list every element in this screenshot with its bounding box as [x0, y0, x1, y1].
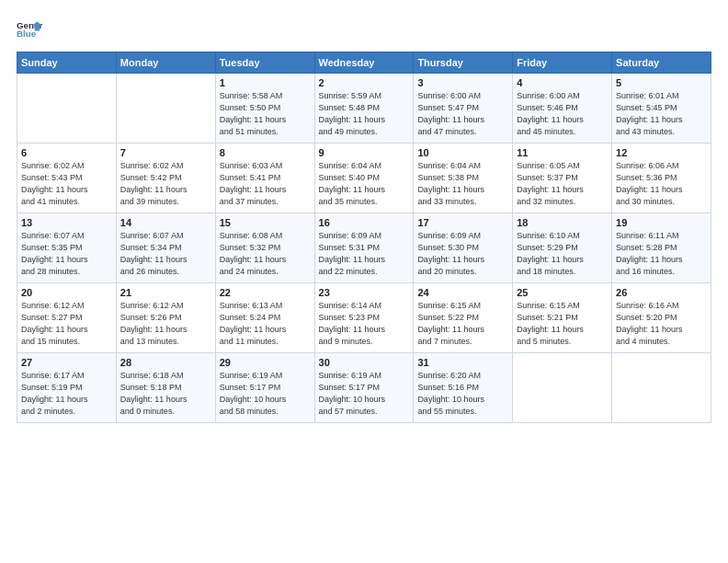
day-info: Sunrise: 6:07 AM Sunset: 5:34 PM Dayligh…	[120, 230, 211, 278]
day-cell: 25Sunrise: 6:15 AM Sunset: 5:21 PM Dayli…	[513, 283, 612, 353]
calendar-table: SundayMondayTuesdayWednesdayThursdayFrid…	[17, 52, 711, 423]
logo: General Blue	[17, 17, 42, 42]
day-info: Sunrise: 6:12 AM Sunset: 5:27 PM Dayligh…	[21, 300, 112, 348]
day-number: 15	[220, 217, 311, 228]
day-number: 18	[517, 217, 608, 228]
day-cell: 1Sunrise: 5:58 AM Sunset: 5:50 PM Daylig…	[215, 74, 314, 144]
day-number: 24	[417, 287, 508, 298]
day-number: 27	[21, 357, 112, 368]
day-info: Sunrise: 6:18 AM Sunset: 5:18 PM Dayligh…	[120, 370, 211, 418]
week-row-4: 20Sunrise: 6:12 AM Sunset: 5:27 PM Dayli…	[17, 283, 711, 353]
day-info: Sunrise: 6:15 AM Sunset: 5:22 PM Dayligh…	[417, 300, 508, 348]
day-info: Sunrise: 6:10 AM Sunset: 5:29 PM Dayligh…	[517, 230, 608, 278]
day-header-tuesday: Tuesday	[215, 52, 314, 74]
day-cell: 21Sunrise: 6:12 AM Sunset: 5:26 PM Dayli…	[116, 283, 215, 353]
day-cell: 30Sunrise: 6:19 AM Sunset: 5:17 PM Dayli…	[314, 353, 414, 423]
day-cell: 27Sunrise: 6:17 AM Sunset: 5:19 PM Dayli…	[17, 353, 117, 423]
day-number: 8	[220, 147, 311, 158]
day-info: Sunrise: 6:08 AM Sunset: 5:32 PM Dayligh…	[220, 230, 311, 278]
day-info: Sunrise: 6:12 AM Sunset: 5:26 PM Dayligh…	[120, 300, 211, 348]
day-cell: 12Sunrise: 6:06 AM Sunset: 5:36 PM Dayli…	[612, 144, 711, 213]
day-number: 20	[21, 287, 112, 298]
day-number: 3	[417, 77, 508, 88]
day-number: 28	[120, 357, 211, 368]
day-cell: 19Sunrise: 6:11 AM Sunset: 5:28 PM Dayli…	[612, 213, 711, 283]
calendar-page: General Blue SundayMondayTuesdayWednesda…	[0, 0, 728, 563]
day-header-thursday: Thursday	[414, 52, 513, 74]
day-number: 1	[220, 77, 311, 88]
day-header-monday: Monday	[116, 52, 215, 74]
day-number: 4	[517, 77, 608, 88]
day-cell: 2Sunrise: 5:59 AM Sunset: 5:48 PM Daylig…	[314, 74, 414, 144]
day-header-wednesday: Wednesday	[314, 52, 414, 74]
day-info: Sunrise: 6:15 AM Sunset: 5:21 PM Dayligh…	[517, 300, 608, 348]
day-cell: 10Sunrise: 6:04 AM Sunset: 5:38 PM Dayli…	[414, 144, 513, 213]
day-number: 25	[517, 287, 608, 298]
day-number: 31	[417, 357, 508, 368]
day-number: 21	[120, 287, 211, 298]
day-info: Sunrise: 6:04 AM Sunset: 5:38 PM Dayligh…	[417, 160, 508, 208]
day-info: Sunrise: 5:59 AM Sunset: 5:48 PM Dayligh…	[319, 90, 410, 138]
day-cell: 6Sunrise: 6:02 AM Sunset: 5:43 PM Daylig…	[17, 144, 117, 213]
day-info: Sunrise: 6:04 AM Sunset: 5:40 PM Dayligh…	[319, 160, 410, 208]
day-number: 11	[517, 147, 608, 158]
day-cell: 28Sunrise: 6:18 AM Sunset: 5:18 PM Dayli…	[116, 353, 215, 423]
day-cell: 17Sunrise: 6:09 AM Sunset: 5:30 PM Dayli…	[414, 213, 513, 283]
day-info: Sunrise: 5:58 AM Sunset: 5:50 PM Dayligh…	[220, 90, 311, 138]
day-info: Sunrise: 6:20 AM Sunset: 5:16 PM Dayligh…	[417, 370, 508, 418]
day-number: 6	[21, 147, 112, 158]
day-cell	[513, 353, 612, 423]
day-info: Sunrise: 6:19 AM Sunset: 5:17 PM Dayligh…	[319, 370, 410, 418]
day-number: 30	[319, 357, 410, 368]
day-info: Sunrise: 6:17 AM Sunset: 5:19 PM Dayligh…	[21, 370, 112, 418]
day-cell: 14Sunrise: 6:07 AM Sunset: 5:34 PM Dayli…	[116, 213, 215, 283]
day-cell: 20Sunrise: 6:12 AM Sunset: 5:27 PM Dayli…	[17, 283, 117, 353]
svg-text:Blue: Blue	[17, 29, 37, 39]
day-cell: 15Sunrise: 6:08 AM Sunset: 5:32 PM Dayli…	[215, 213, 314, 283]
day-cell: 29Sunrise: 6:19 AM Sunset: 5:17 PM Dayli…	[215, 353, 314, 423]
day-header-friday: Friday	[513, 52, 612, 74]
day-header-saturday: Saturday	[612, 52, 711, 74]
day-info: Sunrise: 6:14 AM Sunset: 5:23 PM Dayligh…	[319, 300, 410, 348]
day-number: 23	[319, 287, 410, 298]
day-info: Sunrise: 6:02 AM Sunset: 5:42 PM Dayligh…	[120, 160, 211, 208]
day-number: 2	[319, 77, 410, 88]
day-cell: 4Sunrise: 6:00 AM Sunset: 5:46 PM Daylig…	[513, 74, 612, 144]
day-cell: 31Sunrise: 6:20 AM Sunset: 5:16 PM Dayli…	[414, 353, 513, 423]
day-cell: 9Sunrise: 6:04 AM Sunset: 5:40 PM Daylig…	[314, 144, 414, 213]
day-cell: 26Sunrise: 6:16 AM Sunset: 5:20 PM Dayli…	[612, 283, 711, 353]
day-cell: 18Sunrise: 6:10 AM Sunset: 5:29 PM Dayli…	[513, 213, 612, 283]
day-cell: 7Sunrise: 6:02 AM Sunset: 5:42 PM Daylig…	[116, 144, 215, 213]
day-cell	[612, 353, 711, 423]
day-cell	[17, 74, 117, 144]
day-cell: 5Sunrise: 6:01 AM Sunset: 5:45 PM Daylig…	[612, 74, 711, 144]
day-info: Sunrise: 6:00 AM Sunset: 5:46 PM Dayligh…	[517, 90, 608, 138]
day-info: Sunrise: 6:11 AM Sunset: 5:28 PM Dayligh…	[616, 230, 707, 278]
days-header-row: SundayMondayTuesdayWednesdayThursdayFrid…	[17, 52, 711, 74]
day-number: 10	[417, 147, 508, 158]
day-number: 22	[220, 287, 311, 298]
day-info: Sunrise: 6:02 AM Sunset: 5:43 PM Dayligh…	[21, 160, 112, 208]
day-number: 26	[616, 287, 707, 298]
day-cell: 24Sunrise: 6:15 AM Sunset: 5:22 PM Dayli…	[414, 283, 513, 353]
day-number: 16	[319, 217, 410, 228]
week-row-3: 13Sunrise: 6:07 AM Sunset: 5:35 PM Dayli…	[17, 213, 711, 283]
day-number: 7	[120, 147, 211, 158]
day-info: Sunrise: 6:03 AM Sunset: 5:41 PM Dayligh…	[220, 160, 311, 208]
day-cell: 13Sunrise: 6:07 AM Sunset: 5:35 PM Dayli…	[17, 213, 117, 283]
day-info: Sunrise: 6:09 AM Sunset: 5:30 PM Dayligh…	[417, 230, 508, 278]
day-cell: 22Sunrise: 6:13 AM Sunset: 5:24 PM Dayli…	[215, 283, 314, 353]
day-info: Sunrise: 6:07 AM Sunset: 5:35 PM Dayligh…	[21, 230, 112, 278]
day-number: 17	[417, 217, 508, 228]
day-number: 13	[21, 217, 112, 228]
week-row-2: 6Sunrise: 6:02 AM Sunset: 5:43 PM Daylig…	[17, 144, 711, 213]
day-info: Sunrise: 6:13 AM Sunset: 5:24 PM Dayligh…	[220, 300, 311, 348]
header: General Blue	[17, 17, 711, 42]
day-number: 14	[120, 217, 211, 228]
day-info: Sunrise: 6:06 AM Sunset: 5:36 PM Dayligh…	[616, 160, 707, 208]
day-cell: 23Sunrise: 6:14 AM Sunset: 5:23 PM Dayli…	[314, 283, 414, 353]
day-number: 19	[616, 217, 707, 228]
day-cell: 3Sunrise: 6:00 AM Sunset: 5:47 PM Daylig…	[414, 74, 513, 144]
day-info: Sunrise: 6:00 AM Sunset: 5:47 PM Dayligh…	[417, 90, 508, 138]
day-cell: 8Sunrise: 6:03 AM Sunset: 5:41 PM Daylig…	[215, 144, 314, 213]
